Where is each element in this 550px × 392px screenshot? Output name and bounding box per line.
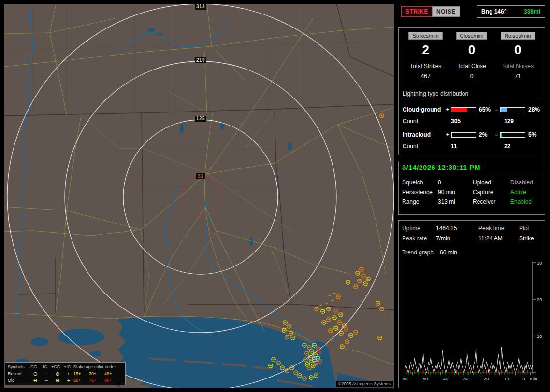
strikes-per-min-header[interactable]: Strikes/min	[408, 32, 442, 40]
bearing-label: Bng 146°	[481, 8, 506, 15]
noises-per-min-header[interactable]: Noises/min	[501, 32, 535, 40]
age-code: 60+	[73, 378, 89, 383]
x-tick-label: 20	[484, 376, 489, 381]
distribution-row-label: Intracloud	[403, 131, 444, 138]
ic-positive-bar	[451, 132, 476, 138]
legend-row-label: Recent	[8, 371, 29, 376]
datetime-display: 3/14/2026 12:30:11 PM	[399, 161, 545, 174]
copyright-notice: ©2005 Astrogenic Systems	[336, 381, 393, 387]
bearing-distance: 338mi	[524, 8, 540, 15]
noise-button[interactable]: NOISE	[432, 6, 460, 17]
distribution-row-label: Cloud-ground	[403, 106, 444, 113]
ic-negative-percent: 5%	[526, 131, 541, 138]
pos-ic-icon: +	[64, 378, 73, 383]
total-strikes-label: Total Strikes	[403, 63, 449, 70]
x-tick-label: 60	[403, 376, 408, 381]
neg-ic-icon: −	[42, 371, 51, 377]
peak-time-value: 11:24 AM	[478, 234, 519, 244]
legend-age-header: Strike age color codes	[73, 364, 123, 369]
age-code: 30+	[89, 371, 104, 376]
strikes-rate-column: Strikes/min 2 Total Strikes 467	[403, 32, 449, 80]
uptime-label: Uptime	[402, 224, 436, 234]
trend-window-value: 60 min	[440, 248, 543, 258]
age-code: 90+	[104, 378, 123, 383]
plot-value: Strike	[519, 234, 543, 244]
legend-type-header: -CG	[29, 364, 42, 369]
plot-label: Plot	[519, 224, 543, 234]
status-row: Squelch 0 Upload Disabled	[402, 178, 541, 187]
strike-button[interactable]: STRIKE	[401, 6, 433, 17]
noises-per-min-value: 0	[495, 42, 541, 58]
upload-label: Upload	[473, 178, 510, 187]
bearing-display: Bng 146° 338mi	[477, 5, 545, 18]
pos-ic-icon: +	[64, 371, 73, 377]
squelch-label: Squelch	[402, 178, 438, 187]
trend-graph-label: Trend graph	[402, 248, 440, 258]
range-ring-label: 313	[195, 4, 206, 10]
legend-type-header: +IC	[64, 364, 73, 369]
age-code: 15+	[73, 371, 89, 376]
close-rate-column: Close/min 0 Total Close 0	[449, 32, 494, 80]
cg-positive-count: 305	[451, 118, 501, 125]
close-per-min-value: 0	[449, 42, 494, 58]
distribution-title: Lightning type distribution	[403, 90, 541, 99]
rates-panel: Strikes/min 2 Total Strikes 467 Close/mi…	[398, 27, 545, 155]
cg-negative-percent: 28%	[526, 106, 541, 113]
peak-rate-row: Peak rate 7/min 11:24 AM Strike	[402, 234, 543, 244]
range-ring-label: 219	[195, 57, 206, 63]
y-tick-label: 30	[537, 260, 542, 266]
x-tick-label: 0	[522, 376, 525, 381]
count-label: Count	[403, 118, 451, 125]
minus-polarity-sign: –	[493, 106, 500, 113]
range-label: Range	[402, 197, 438, 207]
trend-graph-row: Trend graph 60 min	[402, 248, 543, 258]
neg-ic-icon: −	[42, 378, 51, 383]
total-noises-label: Total Noises	[495, 63, 541, 70]
persistence-value: 90 min	[438, 187, 473, 197]
x-axis-unit: min	[530, 376, 537, 381]
y-tick-label: 10	[537, 334, 542, 339]
close-per-min-header[interactable]: Close/min	[456, 32, 488, 40]
cg-count-row: Count 305 129	[403, 118, 541, 125]
peak-rate-value: 7/min	[436, 234, 478, 244]
total-noises-value: 71	[495, 73, 541, 80]
legend-type-header: +CG	[51, 364, 64, 369]
legend-type-header: -IC	[42, 364, 51, 369]
upload-status: Disabled	[510, 178, 541, 187]
legend-row-label: Old	[8, 378, 29, 383]
pos-cg-icon: ⊕	[51, 371, 64, 377]
peak-rate-label: Peak rate	[402, 234, 436, 244]
plus-polarity-sign: +	[444, 106, 451, 113]
trend-graph: 30 20 10 60 50 40 30 20 10 0 min	[402, 260, 546, 383]
cg-negative-count: 129	[501, 118, 541, 125]
cg-positive-bar	[451, 107, 476, 112]
range-ring-label: 31	[196, 173, 205, 179]
age-code: 45+	[104, 371, 123, 376]
capture-status: Active	[510, 187, 541, 197]
x-tick-label: 40	[443, 376, 449, 381]
status-row: Range 313 mi Receiver Enabled	[402, 197, 541, 207]
uptime-value: 1464:15	[436, 224, 478, 234]
receiver-label: Receiver	[473, 197, 510, 207]
range-ring-label: 125	[195, 116, 206, 122]
trend-plot-line	[405, 347, 533, 373]
ic-negative-bar	[500, 132, 525, 138]
cg-positive-percent: 65%	[477, 106, 493, 113]
uptime-row: Uptime 1464:15 Peak time Plot	[402, 224, 543, 234]
noises-rate-column: Noises/min 0 Total Noises 71	[495, 32, 541, 80]
y-tick-label: 20	[537, 297, 542, 302]
x-tick-label: 30	[463, 376, 469, 381]
display-mode-bar: STRIKE NOISE Bng 146° 338mi	[398, 5, 545, 19]
strikes-per-min-value: 2	[403, 42, 449, 58]
rate-columns: Strikes/min 2 Total Strikes 467 Close/mi…	[403, 32, 541, 80]
ic-positive-count: 11	[451, 143, 501, 150]
intracloud-row: Intracloud + 2% – 5%	[403, 131, 541, 138]
persistence-label: Persistence	[402, 187, 438, 197]
sidebar: STRIKE NOISE Bng 146° 338mi Strikes/min …	[397, 0, 548, 392]
status-row: Persistence 90 min Capture Active	[402, 187, 541, 197]
map-legend: Symbols -CG -IC +CG +IC Strike age color…	[5, 362, 126, 385]
ic-count-row: Count 11 22	[403, 143, 541, 150]
cg-negative-bar	[500, 107, 525, 112]
lightning-map[interactable]: 313 219 125 31 Symbols -CG -IC +CG +IC S…	[4, 4, 394, 388]
x-tick-label: 50	[423, 376, 428, 381]
